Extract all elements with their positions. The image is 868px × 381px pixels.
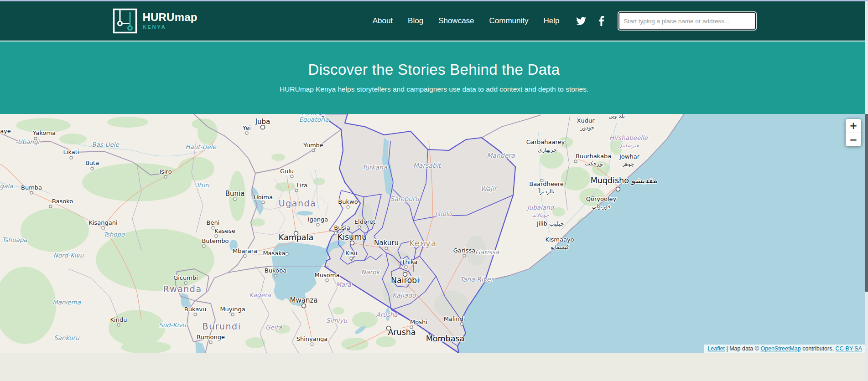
map-label: Nord-Kivu	[53, 252, 84, 259]
nav-help[interactable]: Help	[544, 16, 560, 26]
leaflet-map[interactable]: aye-UbangiYakomaBas-UeleLikatiHaut-UeleB…	[0, 114, 868, 353]
logo-subtitle: KENYA	[143, 25, 198, 30]
map-label: Mara	[336, 281, 351, 288]
map-label: Yakoma	[32, 129, 56, 136]
map-label: Turkana	[362, 164, 387, 171]
map-label: -Ubangi	[16, 138, 41, 145]
map-label: جربهاري	[538, 147, 557, 154]
map-label: Rwanda	[163, 284, 202, 294]
map-label: Simiyu	[326, 317, 348, 324]
logo-title: HURUmap	[143, 12, 198, 23]
hero-subtitle: HURUmap Kenya helps storytellers and cam…	[0, 85, 868, 93]
city-marker	[164, 175, 167, 178]
map-label: Uganda	[279, 198, 316, 208]
map-label: Tana River	[460, 276, 494, 283]
city-marker	[347, 206, 349, 208]
footer-strip	[0, 353, 868, 381]
map-label: Juba	[255, 118, 270, 126]
city-marker	[460, 323, 463, 325]
map-label: Arusha	[376, 311, 398, 318]
map-label: بااردبرآ	[538, 188, 555, 195]
city-marker	[244, 255, 246, 257]
map-label: Muyinga	[220, 306, 245, 313]
map-label: Kampala	[279, 233, 313, 242]
city-marker	[463, 254, 466, 257]
city-marker	[70, 156, 73, 159]
openstreetmap-link[interactable]: OpenStreetMap	[760, 345, 800, 352]
map-label: Kindu	[110, 316, 127, 323]
attribution-text-1: | Map data ©	[725, 345, 760, 352]
map-label: Bukavu	[184, 306, 206, 313]
nav-blog[interactable]: Blog	[408, 16, 423, 26]
map-label: Basoko	[52, 198, 73, 205]
map-label: Muqdisho مقديشو	[591, 176, 658, 185]
map-label: Musoma	[315, 272, 340, 278]
nav-about[interactable]: About	[373, 16, 393, 26]
city-marker	[212, 227, 214, 229]
map-label: Garbahaarey	[526, 139, 565, 145]
map-label: Sankuru	[54, 334, 80, 341]
page-scrollbar-thumb[interactable]	[865, 114, 868, 292]
map-label: Qoryooley	[586, 196, 617, 202]
nav-community[interactable]: Community	[489, 16, 529, 26]
map-label: Gicumbi	[173, 274, 198, 281]
nav-showcase[interactable]: Showcase	[438, 16, 474, 26]
city-marker	[91, 167, 94, 170]
map-label: Hoima	[254, 194, 273, 201]
map-label: Gulu	[280, 168, 294, 175]
city-marker	[102, 227, 104, 229]
city-marker	[350, 257, 353, 260]
city-marker	[616, 187, 620, 191]
map-label: Samburu	[390, 195, 420, 202]
map-label: Tshuapa	[2, 236, 27, 243]
map-label: Mwanza	[290, 296, 318, 304]
map-label: Yei	[242, 124, 251, 131]
search-input[interactable]	[619, 12, 756, 30]
city-marker	[312, 149, 315, 152]
map-label: جوهر	[622, 161, 634, 168]
city-marker	[286, 252, 288, 255]
map-label: Kajiado	[392, 292, 416, 299]
map-label: Burundi	[203, 321, 241, 331]
map-zoom-control: + −	[846, 119, 861, 146]
map-label: جوبالاند	[532, 212, 549, 218]
facebook-icon[interactable]	[598, 16, 604, 26]
map-label: Rumonge	[197, 334, 225, 340]
map-label: Baardheere	[529, 180, 564, 187]
map-label: Xudur	[577, 117, 595, 124]
map-label: Bunia	[225, 190, 245, 198]
map-label: Iganga	[308, 216, 328, 223]
map-label: كيسمايو	[550, 244, 569, 251]
zoom-out-button[interactable]: −	[846, 133, 861, 146]
city-marker	[209, 341, 212, 344]
city-marker	[334, 232, 337, 234]
map-attribution: Leaflet | Map data © OpenStreetMap contr…	[704, 345, 865, 353]
city-marker	[291, 175, 293, 178]
leaflet-link[interactable]: Leaflet	[707, 345, 725, 352]
map-label: Bumba	[21, 184, 42, 191]
map-label: Likati	[63, 149, 79, 155]
twitter-icon[interactable]	[576, 17, 586, 25]
lake-kyoga	[296, 211, 313, 216]
map-label: Jubaland	[526, 204, 555, 211]
city-marker	[405, 266, 407, 268]
map-label: Kasese	[214, 227, 235, 234]
city-marker	[234, 198, 236, 201]
map-label: gala	[0, 182, 13, 190]
city-marker	[385, 247, 388, 250]
map-label: Bukoba	[265, 267, 286, 274]
zoom-in-button[interactable]: +	[846, 119, 861, 133]
hurumap-logo[interactable]: HURUmap KENYA	[113, 8, 198, 34]
city-marker	[49, 205, 52, 208]
map-label: Shinyanga	[296, 335, 327, 342]
map-label: Thika	[401, 258, 417, 265]
site-header: HURUmap KENYA About Blog Showcase Commun…	[0, 1, 868, 41]
map-label: Equatoria	[299, 116, 329, 123]
map-label: Lira	[296, 182, 307, 189]
cc-by-sa-link[interactable]: CC-BY-SA	[835, 345, 862, 352]
city-marker	[317, 223, 319, 226]
map-label: Garissa	[475, 248, 499, 256]
map-label: Busia	[334, 224, 350, 231]
map-label: هيرشابيل	[618, 142, 639, 149]
map-label: Hirshabeelle	[609, 134, 649, 141]
